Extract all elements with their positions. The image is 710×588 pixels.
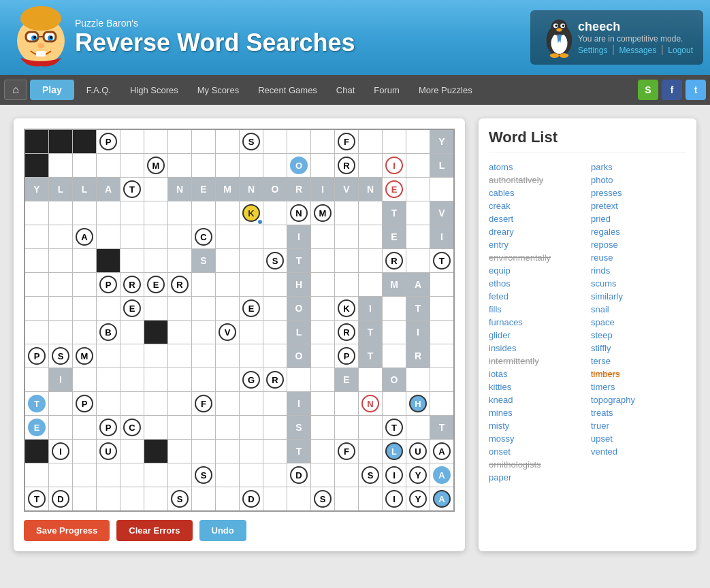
cell-3-10[interactable] — [263, 201, 287, 225]
cell-15-2[interactable] — [73, 487, 96, 510]
cell-4-9[interactable] — [240, 225, 263, 248]
word-item[interactable]: creak — [489, 199, 584, 212]
cell-9-11[interactable]: O — [287, 344, 310, 368]
cell-14-8[interactable] — [216, 463, 239, 487]
word-item[interactable]: onset — [489, 445, 584, 458]
cell-3-11[interactable]: N — [287, 201, 310, 225]
cell-11-12[interactable] — [311, 392, 334, 415]
cell-7-4[interactable]: E — [120, 297, 144, 320]
word-item[interactable]: ornithologists — [489, 458, 584, 471]
cell-14-1[interactable] — [49, 463, 72, 487]
cell-6-6[interactable]: R — [168, 273, 191, 296]
word-item[interactable]: vented — [591, 445, 686, 458]
word-item[interactable]: glider — [489, 329, 584, 342]
cell-7-2[interactable] — [73, 297, 96, 320]
cell-6-8[interactable] — [216, 273, 239, 296]
cell-3-5[interactable] — [144, 201, 167, 225]
word-item[interactable]: mines — [489, 406, 584, 419]
cell-2-4[interactable]: T — [120, 178, 144, 201]
cell-1-13[interactable]: R — [335, 154, 358, 177]
cell-6-12[interactable] — [311, 273, 334, 296]
cell-12-1[interactable] — [49, 416, 72, 439]
nav-chat[interactable]: Chat — [327, 75, 364, 105]
cell-1-9[interactable] — [240, 154, 263, 177]
cell-7-11[interactable]: O — [287, 297, 310, 320]
cell-0-1[interactable] — [49, 130, 72, 153]
cell-1-11[interactable]: O — [287, 154, 310, 177]
cell-14-5[interactable] — [144, 463, 167, 487]
cell-5-15[interactable]: R — [383, 249, 406, 272]
cell-12-9[interactable] — [240, 416, 263, 439]
cell-4-14[interactable] — [359, 225, 382, 248]
cell-10-17[interactable] — [430, 368, 453, 391]
word-item[interactable]: environmentally — [489, 251, 584, 264]
cell-14-9[interactable] — [240, 463, 263, 487]
cell-4-7[interactable]: C — [192, 225, 215, 248]
cell-12-10[interactable] — [263, 416, 287, 439]
cell-3-13[interactable] — [335, 201, 358, 225]
word-item[interactable]: kitties — [489, 380, 584, 393]
twitter-button[interactable]: t — [685, 80, 706, 100]
cell-7-6[interactable] — [168, 297, 191, 320]
cell-11-16[interactable]: H — [406, 392, 430, 415]
cell-13-6[interactable] — [168, 440, 191, 463]
cell-10-11[interactable] — [287, 368, 310, 391]
cell-15-8[interactable] — [216, 487, 239, 510]
cell-5-10[interactable]: S — [263, 249, 287, 272]
save-progress-button[interactable]: Save Progress — [24, 520, 110, 541]
cell-3-1[interactable] — [49, 201, 72, 225]
cell-12-0[interactable]: E — [25, 416, 48, 439]
cell-10-3[interactable] — [97, 368, 120, 391]
cell-15-13[interactable] — [335, 487, 358, 510]
cell-12-12[interactable] — [311, 416, 334, 439]
cell-4-15[interactable]: E — [383, 225, 406, 248]
cell-9-12[interactable] — [311, 344, 334, 368]
cell-5-0[interactable] — [25, 249, 48, 272]
cell-15-6[interactable]: S — [168, 487, 191, 510]
cell-13-0[interactable] — [25, 440, 48, 463]
cell-9-2[interactable]: M — [73, 344, 96, 368]
nav-my-scores[interactable]: My Scores — [188, 75, 248, 105]
cell-7-14[interactable]: I — [359, 297, 382, 320]
cell-7-0[interactable] — [25, 297, 48, 320]
cell-4-6[interactable] — [168, 225, 191, 248]
cell-12-13[interactable] — [335, 416, 358, 439]
cell-13-4[interactable] — [120, 440, 144, 463]
word-item[interactable]: pried — [591, 212, 686, 225]
cell-7-12[interactable] — [311, 297, 334, 320]
cell-13-2[interactable] — [73, 440, 96, 463]
cell-14-10[interactable] — [263, 463, 287, 487]
cell-1-6[interactable] — [168, 154, 191, 177]
word-item[interactable]: similarly — [591, 290, 686, 303]
cell-8-3[interactable]: B — [97, 321, 120, 344]
cell-12-2[interactable] — [73, 416, 96, 439]
cell-5-8[interactable] — [216, 249, 239, 272]
cell-5-17[interactable]: T — [430, 249, 453, 272]
cell-3-12[interactable]: M — [311, 201, 334, 225]
cell-12-6[interactable] — [168, 416, 191, 439]
word-item[interactable]: topography — [591, 393, 686, 406]
cell-1-0[interactable] — [25, 154, 48, 177]
cell-15-15[interactable]: I — [383, 487, 406, 510]
cell-3-3[interactable] — [97, 201, 120, 225]
cell-5-5[interactable] — [144, 249, 167, 272]
cell-0-3[interactable]: P — [97, 130, 120, 153]
cell-0-9[interactable]: S — [240, 130, 263, 153]
cell-7-9[interactable]: E — [240, 297, 263, 320]
cell-4-10[interactable] — [263, 225, 287, 248]
cell-11-2[interactable]: P — [73, 392, 96, 415]
cell-10-12[interactable] — [311, 368, 334, 391]
cell-3-9[interactable]: K — [240, 201, 263, 225]
cell-9-8[interactable] — [216, 344, 239, 368]
cell-1-7[interactable] — [192, 154, 215, 177]
cell-9-5[interactable] — [144, 344, 167, 368]
cell-4-5[interactable] — [144, 225, 167, 248]
word-item[interactable]: terse — [591, 355, 686, 368]
cell-8-5[interactable] — [144, 321, 167, 344]
cell-13-1[interactable]: I — [49, 440, 72, 463]
word-item[interactable]: upset — [591, 432, 686, 445]
cell-13-15[interactable]: L — [383, 440, 406, 463]
cell-9-15[interactable] — [383, 344, 406, 368]
word-item[interactable]: fills — [489, 303, 584, 316]
cell-3-8[interactable] — [216, 201, 239, 225]
